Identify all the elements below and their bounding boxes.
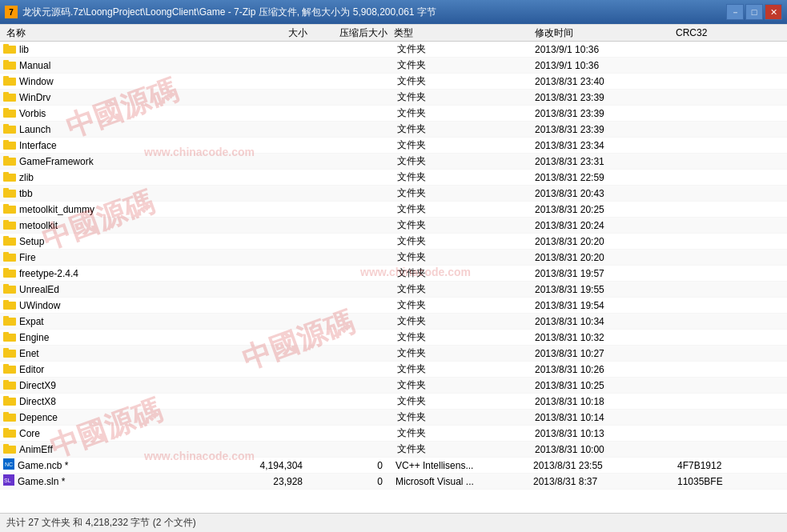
file-type: 文件夹 — [391, 442, 535, 456]
file-type: 文件夹 — [391, 426, 535, 440]
folder-icon — [3, 139, 16, 152]
folder-icon — [3, 43, 16, 56]
table-row[interactable]: GameFramework文件夹2013/8/31 23:31 — [0, 154, 787, 170]
minimize-button[interactable]: － — [726, 4, 744, 20]
file-name: zlib — [19, 172, 231, 183]
table-row[interactable]: Window文件夹2013/8/31 23:40 — [0, 74, 787, 90]
folder-icon — [3, 203, 16, 216]
col-date-header[interactable]: 修改时间 — [532, 26, 676, 40]
file-name: Manual — [19, 60, 231, 71]
table-row[interactable]: metoolkit_dummy文件夹2013/8/31 20:25 — [0, 202, 787, 218]
table-row[interactable]: Depence文件夹2013/8/31 10:14 — [0, 410, 787, 426]
file-name: AnimEff — [19, 444, 231, 455]
file-type: Microsoft Visual ... — [389, 476, 533, 487]
file-type: 文件夹 — [391, 266, 535, 280]
table-row[interactable]: Fire文件夹2013/8/31 20:20 — [0, 250, 787, 266]
file-type: 文件夹 — [391, 250, 535, 264]
maximize-button[interactable]: □ — [745, 4, 763, 20]
svg-rect-7 — [3, 92, 9, 95]
file-date: 2013/8/31 23:31 — [535, 156, 679, 167]
folder-icon — [3, 427, 16, 440]
table-row[interactable]: Core文件夹2013/8/31 10:13 — [0, 426, 787, 442]
svg-rect-17 — [3, 172, 9, 175]
title-bar: 7 龙状元源码.7z\LoongProject\LoongClient\Game… — [0, 0, 787, 24]
file-date: 2013/8/31 10:34 — [535, 316, 679, 327]
svg-rect-27 — [3, 252, 9, 255]
table-row[interactable]: metoolkit文件夹2013/8/31 20:24 — [0, 218, 787, 234]
svg-text:NC: NC — [5, 462, 13, 467]
file-date: 2013/8/31 10:25 — [535, 380, 679, 391]
file-date: 2013/9/1 10:36 — [535, 44, 679, 55]
file-type: 文件夹 — [391, 314, 535, 328]
table-row[interactable]: UWindow文件夹2013/8/31 19:54 — [0, 298, 787, 314]
table-row[interactable]: Launch文件夹2013/8/31 23:39 — [0, 122, 787, 138]
file-name: Launch — [19, 124, 231, 135]
file-name: Game.sln * — [18, 476, 229, 487]
file-date: 2013/8/31 20:20 — [535, 236, 679, 247]
file-type: 文件夹 — [391, 106, 535, 120]
file-type: 文件夹 — [391, 58, 535, 72]
col-type-header[interactable]: 类型 — [387, 26, 532, 40]
table-row[interactable]: AnimEff文件夹2013/8/31 10:00 — [0, 442, 787, 458]
file-type: 文件夹 — [391, 154, 535, 168]
table-row[interactable]: tbb文件夹2013/8/31 20:43 — [0, 186, 787, 202]
svg-rect-51 — [3, 444, 9, 447]
folder-icon — [3, 123, 16, 136]
table-row[interactable]: SL Game.sln *23,9280Microsoft Visual ...… — [0, 474, 787, 490]
table-row[interactable]: Editor文件夹2013/8/31 10:26 — [0, 362, 787, 378]
file-date: 2013/8/31 20:25 — [535, 204, 679, 215]
file-type: 文件夹 — [391, 298, 535, 312]
table-row[interactable]: UnrealEd文件夹2013/8/31 19:55 — [0, 282, 787, 298]
table-row[interactable]: lib文件夹2013/9/1 10:36 — [0, 42, 787, 58]
file-type: VC++ Intellisens... — [389, 460, 533, 471]
folder-icon — [3, 251, 16, 264]
table-row[interactable]: Manual文件夹2013/9/1 10:36 — [0, 58, 787, 74]
file-name: UWindow — [19, 300, 231, 311]
table-row[interactable]: Expat文件夹2013/8/31 10:34 — [0, 314, 787, 330]
table-row[interactable]: NC Game.ncb *4,194,3040VC++ Intellisens.… — [0, 458, 787, 474]
file-crc: 11035BFE — [677, 476, 757, 487]
file-date: 2013/8/31 20:43 — [535, 188, 679, 199]
col-size-header[interactable]: 大小 — [227, 26, 307, 40]
file-type: 文件夹 — [391, 74, 535, 88]
col-name-header[interactable]: 名称 — [3, 26, 227, 40]
svg-rect-5 — [3, 76, 9, 79]
folder-icon — [3, 171, 16, 184]
table-row[interactable]: DirectX9文件夹2013/8/31 10:25 — [0, 378, 787, 394]
close-button[interactable]: ✕ — [765, 4, 782, 20]
ncb-file-icon: NC — [3, 458, 14, 472]
file-type: 文件夹 — [391, 234, 535, 248]
col-crc-header[interactable]: CRC32 — [676, 27, 756, 38]
table-row[interactable]: WinDrv文件夹2013/8/31 23:39 — [0, 90, 787, 106]
svg-rect-11 — [3, 124, 9, 127]
table-row[interactable]: Setup文件夹2013/8/31 20:20 — [0, 234, 787, 250]
table-row[interactable]: freetype-2.4.4文件夹2013/8/31 19:57 — [0, 266, 787, 282]
file-list: lib文件夹2013/9/1 10:36 Manual文件夹2013/9/1 1… — [0, 42, 787, 513]
folder-icon — [3, 411, 16, 424]
file-type: 文件夹 — [391, 202, 535, 216]
table-row[interactable]: zlib文件夹2013/8/31 22:59 — [0, 170, 787, 186]
svg-rect-19 — [3, 188, 9, 191]
file-date: 2013/8/31 20:24 — [535, 220, 679, 231]
file-name: Enet — [19, 348, 231, 359]
folder-icon — [3, 443, 16, 456]
table-row[interactable]: Interface文件夹2013/8/31 23:34 — [0, 138, 787, 154]
file-name: lib — [19, 44, 231, 55]
table-row[interactable]: Engine文件夹2013/8/31 10:32 — [0, 330, 787, 346]
file-date: 2013/8/31 10:26 — [535, 364, 679, 375]
file-type: 文件夹 — [391, 410, 535, 424]
svg-rect-31 — [3, 284, 9, 287]
folder-icon — [3, 347, 16, 360]
table-row[interactable]: Vorbis文件夹2013/8/31 23:39 — [0, 106, 787, 122]
svg-text:SL: SL — [4, 478, 11, 483]
folder-icon — [3, 315, 16, 328]
file-date: 2013/8/31 10:13 — [535, 428, 679, 439]
col-compressed-header[interactable]: 压缩后大小 — [307, 26, 387, 40]
table-row[interactable]: Enet文件夹2013/8/31 10:27 — [0, 346, 787, 362]
svg-rect-29 — [3, 268, 9, 271]
file-name: metoolkit — [19, 220, 231, 231]
sln-file-icon: SL — [3, 474, 14, 488]
file-type: 文件夹 — [391, 186, 535, 200]
table-row[interactable]: DirectX8文件夹2013/8/31 10:18 — [0, 394, 787, 410]
file-date: 2013/8/31 22:59 — [535, 172, 679, 183]
